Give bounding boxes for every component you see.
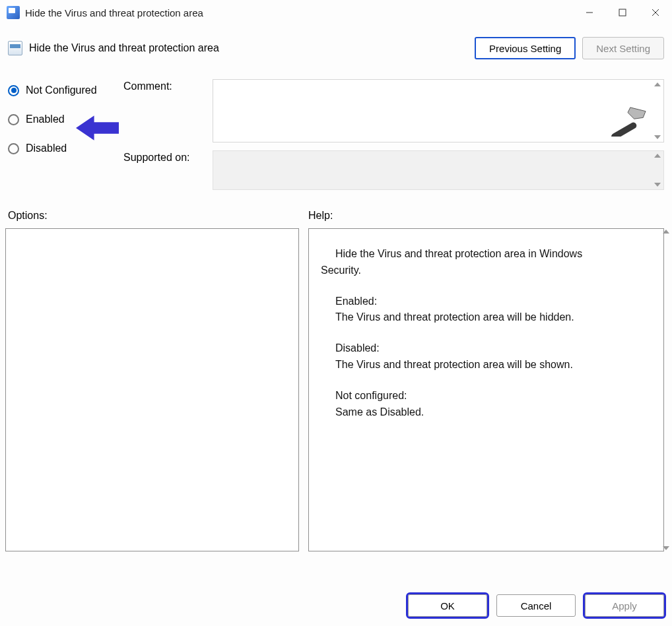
help-text: Not configured: <box>321 388 645 404</box>
hammer-icon <box>609 105 647 138</box>
radio-dot-icon <box>8 143 19 154</box>
setting-icon <box>8 41 22 55</box>
radio-not-configured[interactable]: Not Configured <box>8 82 123 99</box>
panels-row: Hide the Virus and threat protection are… <box>0 226 672 585</box>
window-title: Hide the Virus and threat protection are… <box>25 7 203 18</box>
supported-scroll[interactable] <box>652 151 663 189</box>
setting-title: Hide the Virus and threat protection are… <box>29 42 219 54</box>
close-button[interactable] <box>639 0 672 25</box>
radio-dot-icon <box>8 85 19 96</box>
cancel-button[interactable]: Cancel <box>496 594 576 617</box>
comment-label: Comment: <box>123 79 213 92</box>
policy-editor-window: Hide the Virus and threat protection are… <box>0 0 672 626</box>
footer: OK Cancel Apply <box>0 585 672 626</box>
next-setting-button[interactable]: Next Setting <box>582 37 664 59</box>
state-radio-group: Not Configured Enabled Disabled <box>8 79 123 198</box>
radio-dot-icon <box>8 114 19 125</box>
titlebar: Hide the Virus and threat protection are… <box>0 0 672 25</box>
radio-label: Not Configured <box>26 84 97 96</box>
scroll-up-icon <box>654 154 661 158</box>
options-panel <box>5 228 299 551</box>
svg-rect-1 <box>619 9 626 16</box>
config-row: Not Configured Enabled Disabled Comment: <box>0 65 672 198</box>
supported-row: Supported on: <box>123 150 664 190</box>
scroll-down-icon <box>663 546 669 550</box>
help-text: Disabled: <box>321 340 645 357</box>
help-text: Enabled: <box>321 294 645 310</box>
policy-icon <box>7 6 20 19</box>
help-text: The Virus and threat protection area wil… <box>321 357 645 373</box>
radio-label: Enabled <box>26 113 65 125</box>
help-disabled: Disabled: The Virus and threat protectio… <box>321 340 645 373</box>
help-notconfigured: Not configured: Same as Disabled. <box>321 388 645 421</box>
radio-disabled[interactable]: Disabled <box>8 140 123 157</box>
scroll-up-icon <box>663 230 669 234</box>
scroll-down-icon <box>654 183 661 187</box>
options-label: Options: <box>8 210 308 222</box>
apply-button[interactable]: Apply <box>585 594 664 617</box>
minimize-button[interactable] <box>573 0 606 25</box>
maximize-button[interactable] <box>606 0 639 25</box>
scroll-up-icon <box>654 82 661 86</box>
help-label: Help: <box>308 210 664 222</box>
help-text: Hide the Virus and threat protection are… <box>321 246 645 263</box>
panel-labels: Options: Help: <box>0 198 672 226</box>
help-intro: Hide the Virus and threat protection are… <box>321 246 645 279</box>
ok-button[interactable]: OK <box>408 594 487 617</box>
previous-setting-button[interactable]: Previous Setting <box>475 37 576 59</box>
comment-scroll[interactable] <box>652 80 663 142</box>
help-scrollbar[interactable] <box>660 228 672 551</box>
help-text: Security. <box>321 265 361 276</box>
help-text: Same as Disabled. <box>321 404 645 421</box>
header-row: Hide the Virus and threat protection are… <box>0 25 672 65</box>
supported-label: Supported on: <box>123 150 213 164</box>
svg-marker-5 <box>628 108 646 119</box>
svg-rect-4 <box>610 121 638 137</box>
comment-input[interactable] <box>213 79 664 142</box>
radio-label: Disabled <box>26 142 67 154</box>
supported-on-box <box>213 150 664 190</box>
help-panel: Hide the Virus and threat protection are… <box>308 228 664 551</box>
fields: Comment: <box>123 79 664 198</box>
help-enabled: Enabled: The Virus and threat protection… <box>321 294 645 327</box>
content-area: Hide the Virus and threat protection are… <box>0 25 672 626</box>
radio-enabled[interactable]: Enabled <box>8 111 123 128</box>
help-text: The Virus and threat protection area wil… <box>321 309 645 326</box>
scroll-down-icon <box>654 135 661 139</box>
comment-row: Comment: <box>123 79 664 142</box>
